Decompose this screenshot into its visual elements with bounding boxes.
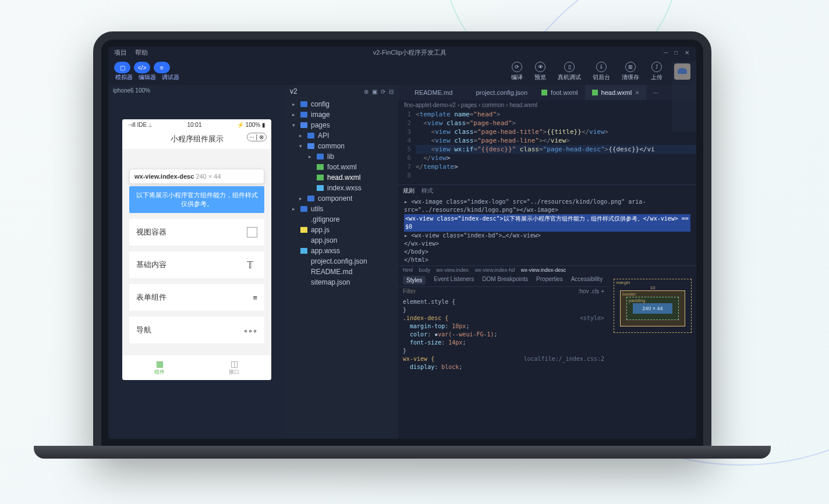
toolbar: ▢ </> ≡ 模拟器 编辑器 调试器 ⟳编译 👁预览 ▯真机调试 ⇩切后台 ⊞… — [108, 58, 696, 85]
compile-icon: ⟳ — [512, 62, 522, 72]
simulator-panel: iphone6 100% ··ıll IDE ⟂ 10:01 ⚡ 100% ▮ … — [108, 85, 285, 439]
subtab-styles[interactable]: Styles — [403, 276, 426, 285]
tree-item-lib[interactable]: ▸lib — [285, 151, 398, 162]
tree-item-API[interactable]: ▸API — [285, 130, 398, 141]
editor-tabs: README.mdproject.config.jsonfoot.wxmlhea… — [398, 85, 696, 100]
tree-item-app-wxss[interactable]: app.wxss — [285, 246, 398, 256]
phone-tabbar: ▦组件 ◫接口 — [122, 354, 271, 380]
new-file-icon[interactable]: ⊕ — [364, 88, 369, 95]
text-icon: 𝕋 — [247, 260, 257, 270]
compile-button[interactable]: ⟳编译 — [511, 62, 523, 81]
tree-item-utils[interactable]: ▸utils — [285, 204, 398, 214]
laptop-base — [34, 446, 771, 459]
box-content-size: 240 × 44 — [633, 303, 672, 314]
refresh-icon[interactable]: ⟳ — [381, 88, 385, 95]
background-button[interactable]: ⇩切后台 — [593, 62, 610, 81]
tab-more[interactable]: ··· — [646, 85, 665, 100]
minimap[interactable] — [672, 62, 696, 132]
tree-item-project-config-json[interactable]: project.config.json — [285, 256, 398, 267]
tab-api[interactable]: ◫接口 — [197, 355, 271, 380]
background-icon: ⇩ — [596, 62, 607, 72]
subtab-properties[interactable]: Properties — [536, 276, 563, 285]
maximize-icon[interactable]: □ — [674, 49, 680, 55]
menu-basic-content[interactable]: 基础内容𝕋 — [129, 251, 264, 278]
window-controls[interactable]: ─ □ ✕ — [664, 49, 690, 55]
debugger-label: 调试器 — [162, 73, 179, 81]
tree-item-common[interactable]: ▾common — [285, 141, 398, 151]
tree-item-index-wxss[interactable]: index.wxss — [285, 183, 398, 193]
subtab-breakpoints[interactable]: DOM Breakpoints — [482, 276, 528, 285]
laptop-frame: 项目 帮助 v2-FinClip小程序开发工具 ─ □ ✕ ▢ </> ≡ 模拟… — [93, 31, 711, 454]
devtab-elements[interactable]: 规则 — [403, 187, 414, 195]
remote-debug-button[interactable]: ▯真机调试 — [558, 62, 581, 81]
style-filter-input[interactable] — [403, 288, 578, 294]
menu-view-container[interactable]: 视图容器 — [129, 219, 264, 246]
tree-item-app-js[interactable]: app.js — [285, 225, 398, 235]
window-title: v2-FinClip小程序开发工具 — [156, 48, 664, 57]
ide-window: 项目 帮助 v2-FinClip小程序开发工具 ─ □ ✕ ▢ </> ≡ 模拟… — [108, 47, 696, 439]
view-toggle-group: ▢ </> ≡ — [114, 62, 175, 73]
device-indicator[interactable]: iphone6 100% — [108, 85, 285, 96]
code-editor[interactable]: 12345678 <template name="head"> <view cl… — [398, 110, 696, 184]
project-root[interactable]: v2 — [290, 87, 297, 95]
file-explorer: v2 ⊕ ▣ ⟳ ⊟ ▸config▸image▾pages▸API▾commo… — [285, 85, 398, 439]
app-title: 小程序组件展示 — [171, 134, 224, 143]
menu-form[interactable]: 表单组件≡ — [129, 284, 264, 311]
capsule-button[interactable]: ··· | ⊗ — [247, 133, 267, 141]
breadcrumb[interactable]: fino-applet-demo-v2 › pages › common › h… — [398, 100, 696, 110]
clear-cache-button[interactable]: ⊞清缓存 — [622, 62, 639, 81]
phone-statusbar: ··ıll IDE ⟂ 10:01 ⚡ 100% ▮ — [122, 119, 271, 130]
app-header: 小程序组件展示 ··· | ⊗ — [122, 130, 271, 149]
container-icon — [247, 227, 257, 237]
tree-item-component[interactable]: ▸component — [285, 193, 398, 204]
new-folder-icon[interactable]: ▣ — [372, 88, 377, 95]
tree-item-app-json[interactable]: app.json — [285, 235, 398, 246]
debugger-toggle[interactable]: ≡ — [154, 62, 170, 73]
simulator-label: 模拟器 — [115, 73, 133, 81]
preview-icon: 👁 — [535, 62, 545, 72]
devtab-styles[interactable]: 样式 — [421, 187, 433, 195]
action-bar: ⟳编译 👁预览 ▯真机调试 ⇩切后台 ⊞清缓存 ⤴上传 — [511, 62, 690, 81]
upload-button[interactable]: ⤴上传 — [651, 62, 663, 81]
upload-icon: ⤴ — [651, 62, 662, 72]
subtab-accessibility[interactable]: Accessibility — [571, 276, 603, 285]
menu-nav[interactable]: 导航∘∘∘ — [129, 317, 264, 343]
collapse-icon[interactable]: ⊟ — [389, 88, 394, 95]
tree-item-head-wxml[interactable]: head.wxml — [285, 172, 398, 183]
tree-item-config[interactable]: ▸config — [285, 99, 398, 109]
dots-icon: ∘∘∘ — [243, 326, 257, 335]
close-icon[interactable]: ✕ — [685, 49, 690, 55]
tab-README-md[interactable]: README.md — [398, 85, 459, 100]
editor-toggle[interactable]: </> — [134, 62, 150, 73]
inspect-tooltip: wx-view.index-desc 240 × 44 — [129, 169, 264, 184]
menu-help[interactable]: 帮助 — [135, 48, 148, 57]
menu-project[interactable]: 项目 — [114, 48, 127, 57]
element-path[interactable]: html body wx-view.index wx-view.index-hd… — [398, 265, 696, 274]
tab-component[interactable]: ▦组件 — [122, 355, 197, 380]
phone-icon: ▯ — [564, 62, 575, 72]
tree-item-foot-wxml[interactable]: foot.wxml — [285, 162, 398, 172]
menubar: 项目 帮助 v2-FinClip小程序开发工具 ─ □ ✕ — [108, 47, 696, 58]
tree-item-README-md[interactable]: README.md — [285, 267, 398, 277]
tree-item-pages[interactable]: ▾pages — [285, 120, 398, 130]
tree-item--gitignore[interactable]: .gitignore — [285, 214, 398, 225]
minimize-icon[interactable]: ─ — [664, 49, 669, 55]
highlighted-element[interactable]: 以下将展示小程序官方组件能力，组件样式仅供参考。 — [129, 186, 264, 213]
hamburger-icon: ≡ — [253, 293, 257, 302]
tree-item-image[interactable]: ▸image — [285, 109, 398, 120]
editor-label: 编辑器 — [139, 73, 156, 81]
preview-button[interactable]: 👁预览 — [534, 62, 546, 81]
box-model: margin 10 border padding 240 × 44 — [609, 274, 696, 439]
tree-item-sitemap-json[interactable]: sitemap.json — [285, 277, 398, 288]
style-toggles[interactable]: :hov .cls + — [578, 288, 604, 294]
editor-panel: README.mdproject.config.jsonfoot.wxmlhea… — [398, 85, 696, 439]
simulator-toggle[interactable]: ▢ — [114, 62, 130, 73]
tab-project-config-json[interactable]: project.config.json — [459, 85, 534, 100]
tab-foot-wxml[interactable]: foot.wxml — [534, 85, 584, 100]
elements-tree[interactable]: ▸ <wx-image class="index-logo" src="../r… — [398, 197, 696, 265]
styles-pane[interactable]: element.style { } .index-desc {<style> m… — [398, 296, 609, 374]
clear-icon: ⊞ — [625, 62, 636, 72]
tab-head-wxml[interactable]: head.wxml × — [585, 85, 646, 100]
subtab-listeners[interactable]: Event Listeners — [434, 276, 474, 285]
tab-close-icon[interactable]: × — [635, 89, 639, 96]
